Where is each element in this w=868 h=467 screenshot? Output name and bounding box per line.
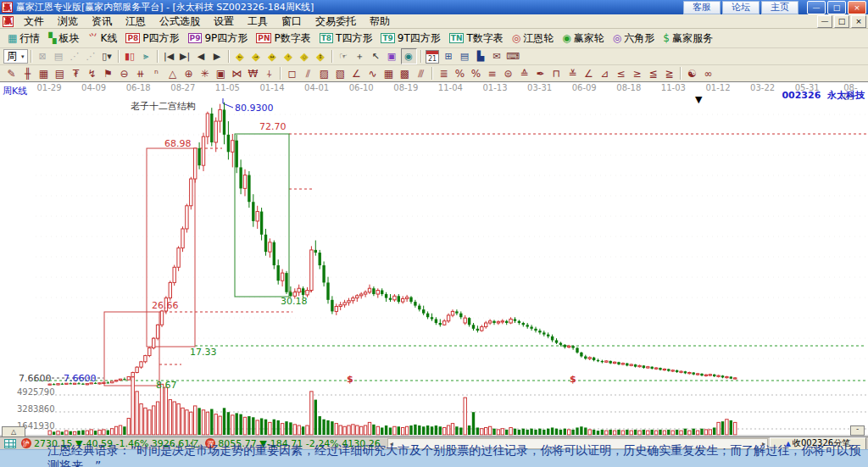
notepad-icon[interactable]: ▤ <box>458 49 472 64</box>
draw-tool-2-14-icon[interactable]: ≦ <box>646 66 660 81</box>
menu-窗口[interactable]: 窗口 <box>275 14 309 28</box>
kline-button[interactable]: ⺍K线 <box>84 31 122 47</box>
mdi-restore-button[interactable]: □ <box>834 15 849 28</box>
9p-square-button[interactable]: P99P四方形 <box>184 31 253 47</box>
prev-bar-icon[interactable]: ◀ <box>194 49 209 64</box>
minimize-button[interactable]: — <box>807 1 826 14</box>
winner-service-button[interactable]: $赢家服务 <box>659 31 717 47</box>
gann-diamond-4-icon[interactable]: ◆＋ <box>281 49 296 64</box>
draw-tool-2-13-icon[interactable]: ≥ <box>630 66 644 81</box>
draw-tool-0-4-icon[interactable]: ▤ <box>53 66 67 81</box>
mail-icon[interactable]: ✉ <box>490 49 504 64</box>
customer-service-button[interactable]: 客服 <box>683 1 721 14</box>
hexagon-button[interactable]: ◎六角形 <box>609 31 659 47</box>
draw-tool-0-9-icon[interactable]: ⧺ <box>133 66 147 81</box>
draw-tool-2-8-icon[interactable]: ⊓ <box>549 66 564 81</box>
draw-tool-2-11-icon[interactable]: ⊿ <box>598 66 612 81</box>
draw-tool-2-2-icon[interactable]: % <box>453 66 467 81</box>
first-bar-icon[interactable]: |◀ <box>162 49 176 64</box>
draw-tool-3-2-icon[interactable]: ∞ <box>701 66 715 81</box>
draw-tool-0-16-icon[interactable]: ₩ <box>246 66 260 81</box>
draw-tool-0-7-icon[interactable]: ⚑ <box>101 66 115 81</box>
draw-tool-2-6-icon[interactable]: ≙ <box>517 66 531 81</box>
forum-button[interactable]: 论坛 <box>722 1 760 14</box>
draw-tool-1-7-icon[interactable]: ▦ <box>381 66 396 81</box>
sectors-button[interactable]: ▚板块 <box>44 31 83 47</box>
period-dropdown[interactable]: 周▾ <box>3 49 28 64</box>
last-bar-icon[interactable]: ▶| <box>178 49 192 64</box>
menu-工具[interactable]: 工具 <box>241 14 275 28</box>
menu-设置[interactable]: 设置 <box>207 14 241 28</box>
draw-tool-1-1-icon[interactable]: ◻ <box>285 66 299 81</box>
save-icon[interactable]: ▙ <box>474 49 488 64</box>
gann-diamond-2-icon[interactable]: ◆→ <box>249 49 264 64</box>
draw-tool-2-10-icon[interactable]: ∠ <box>581 66 596 81</box>
9t-square-button[interactable]: T99T四方形 <box>376 31 444 47</box>
homepage-button[interactable]: 主页 <box>761 1 798 14</box>
trend-fan-icon[interactable]: ⫸ <box>139 49 153 64</box>
candle-style-icon[interactable]: ▯▾ <box>100 49 114 64</box>
draw-tool-0-12-icon[interactable]: ⊕ <box>181 66 196 81</box>
draw-tool-2-7-icon[interactable]: ✒ <box>533 66 548 81</box>
menu-帮助[interactable]: 帮助 <box>363 14 397 28</box>
draw-tool-1-3-icon[interactable]: ▨ <box>317 66 331 81</box>
calendar-icon[interactable]: 21 <box>426 49 440 64</box>
hand-tool-icon[interactable]: ☞ <box>337 49 351 64</box>
draw-tool-0-2-icon[interactable]: ╫ <box>20 66 35 81</box>
next-bar-icon[interactable]: ▶ <box>210 49 225 64</box>
line-tool-icon[interactable]: ◉ <box>401 48 417 64</box>
calculator-icon[interactable]: ⊞ <box>442 49 456 64</box>
quote-grid-icon[interactable] <box>4 439 16 448</box>
menu-文件[interactable]: 文件 <box>17 14 51 28</box>
draw-tool-2-12-icon[interactable]: ≤ <box>614 66 628 81</box>
menu-交易委托[interactable]: 交易委托 <box>309 14 363 28</box>
draw-tool-1-8-icon[interactable]: ▩ <box>398 66 412 81</box>
draw-tool-0-8-icon[interactable]: ⊖ <box>117 66 131 81</box>
draw-tool-1-5-icon[interactable]: ∠ <box>349 66 364 81</box>
draw-tool-2-15-icon[interactable]: ≧ <box>662 66 676 81</box>
draw-tool-2-9-icon[interactable]: ≚ <box>565 66 580 81</box>
draw-tool-0-1-icon[interactable]: ✎ <box>4 66 19 81</box>
draw-tool-2-1-icon[interactable]: ≣ <box>437 66 451 81</box>
gann-diamond-5-icon[interactable]: ◆◇ <box>298 49 312 64</box>
draw-tool-2-5-icon[interactable]: ⊜ <box>501 66 515 81</box>
volume-pane-collapse-button[interactable]: - <box>850 425 865 436</box>
menu-公式选股[interactable]: 公式选股 <box>153 14 207 28</box>
draw-tool-1-6-icon[interactable]: ∿ <box>365 66 380 81</box>
p-number-table-button[interactable]: PNP数字表 <box>252 31 314 47</box>
draw-tool-0-3-icon[interactable]: ▦ <box>36 66 51 81</box>
draw-tool-0-5-icon[interactable]: ₮ <box>69 66 83 81</box>
draw-tool-0-14-icon[interactable]: ▣ <box>214 66 228 81</box>
draw-tool-0-17-icon[interactable]: ⍭ <box>262 66 276 81</box>
menu-江恩[interactable]: 江恩 <box>119 14 153 28</box>
draw-tool-0-10-icon[interactable]: ⁿ <box>149 66 164 81</box>
kline-chart-canvas[interactable]: 01-2904-0906-1808-2711-0501-1404-0106-10… <box>0 82 868 436</box>
close-button[interactable]: × <box>848 1 866 14</box>
gann-diamond-6-icon[interactable]: ◆⇕ <box>314 49 328 64</box>
gann-wheel-button[interactable]: ◎江恩轮 <box>508 31 558 47</box>
draw-tool-0-13-icon[interactable]: ✳ <box>198 66 212 81</box>
draw-tool-0-15-icon[interactable]: ⋈ <box>230 66 244 81</box>
gann-diamond-3-icon[interactable]: ◆↔ <box>265 49 280 64</box>
draw-tool-3-1-icon[interactable]: ☯ <box>685 66 699 81</box>
draw-tool-1-9-icon[interactable]: ⫻ <box>414 66 428 81</box>
draw-tool-2-3-icon[interactable]: % <box>469 66 483 81</box>
draw-tool-2-4-icon[interactable]: ≡ <box>485 66 499 81</box>
t-square-button[interactable]: T8T四方形 <box>315 31 377 47</box>
crosshair-tool-icon[interactable]: ＋ <box>353 49 367 64</box>
tag-tool-icon[interactable]: ▣ <box>385 49 399 64</box>
pointer-label-icon[interactable]: ↖ <box>369 49 383 64</box>
draw-tool-0-11-icon[interactable]: △ <box>165 66 180 81</box>
winner-wheel-button[interactable]: ◉赢家轮 <box>558 31 608 47</box>
mdi-close-button[interactable]: × <box>851 15 866 28</box>
draw-tool-1-4-icon[interactable]: ▧ <box>333 66 348 81</box>
mdi-minimize-button[interactable]: — <box>817 15 832 28</box>
p-square-button[interactable]: P8P四方形 <box>121 31 183 47</box>
menu-浏览[interactable]: 浏览 <box>51 14 85 28</box>
draw-tool-0-6-icon[interactable]: ↯ <box>85 66 99 81</box>
computer-icon[interactable]: ⌨ <box>506 49 520 64</box>
restore-button[interactable]: □ <box>827 1 846 14</box>
gann-diamond-1-icon[interactable]: ◆← <box>233 49 248 64</box>
t-number-table-button[interactable]: TNT数字表 <box>445 31 508 47</box>
quotes-button[interactable]: ▦行情 <box>3 31 44 47</box>
